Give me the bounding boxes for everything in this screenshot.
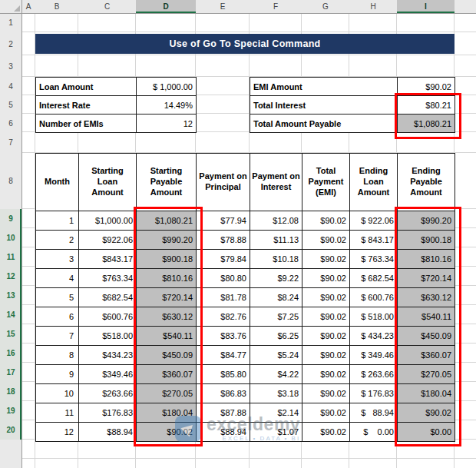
header-payment-on-interest[interactable]: Payment on Interest [250,154,302,211]
cell[interactable]: $11.13 [250,231,302,250]
interest-rate-value-cell[interactable]: 14.49% [137,96,197,115]
cell[interactable]: $ 682.54 [350,269,398,288]
cell[interactable]: $90.02 [302,211,350,231]
cell[interactable]: $630.12 [137,307,197,327]
interest-rate-label-cell[interactable]: Interest Rate [36,96,137,115]
cell[interactable]: $90.02 [302,288,350,307]
cell[interactable]: $90.02 [137,423,197,442]
cell[interactable]: $360.07 [398,346,455,365]
cell[interactable]: $90.02 [302,250,350,269]
cell[interactable]: $90.02 [302,231,350,250]
row-header-12[interactable]: 12 [0,267,22,287]
cell[interactable]: $ 0.00 [350,423,398,442]
cell[interactable]: $84.77 [197,346,250,365]
row-header-16[interactable]: 16 [0,344,22,363]
row-header-10[interactable]: 10 [0,228,22,248]
cell[interactable]: $79.84 [197,250,250,269]
row-header-13[interactable]: 13 [0,286,22,306]
cell[interactable]: $ 349.46 [350,346,398,365]
total-amount-payable-label-cell[interactable]: Total Amount Payable [250,115,398,133]
cell[interactable]: $ 434.23 [350,327,398,346]
row-header-18[interactable]: 18 [0,382,22,402]
cell[interactable]: $1.07 [250,423,302,442]
row-header-9[interactable]: 9 [0,209,22,229]
cell[interactable]: $450.09 [137,346,197,365]
cell[interactable]: 4 [36,269,79,288]
cell[interactable]: 2 [36,231,79,250]
loan-amount-label-cell[interactable]: Loan Amount [36,78,137,96]
cell[interactable]: 7 [36,327,79,346]
row-header-5[interactable]: 5 [0,95,22,115]
cell[interactable]: 10 [36,384,79,403]
cell[interactable]: $540.11 [398,307,455,327]
number-of-emis-value-cell[interactable]: 12 [137,115,197,133]
header-payment-on-principal[interactable]: Payment on Principal [197,154,250,211]
cell[interactable]: 9 [36,365,79,384]
column-header-i[interactable]: I [397,0,455,14]
cell[interactable]: $349.46 [79,365,137,384]
header-starting-payable-amount[interactable]: Starting Payable Amount [137,154,197,211]
row-header-17[interactable]: 17 [0,363,22,383]
cell[interactable]: $990.20 [398,211,455,231]
cell[interactable]: $83.76 [197,327,250,346]
row-header-8[interactable]: 8 [0,153,22,210]
cell[interactable]: $88.94 [197,423,250,442]
cell[interactable]: 1 [36,211,79,231]
cell[interactable]: $90.02 [302,423,350,442]
cell[interactable]: 12 [36,423,79,442]
header-ending-loan-amount[interactable]: Ending Loan Amount [350,154,398,211]
column-header-g[interactable]: G [302,0,350,14]
row-header-4[interactable]: 4 [0,77,22,96]
row-header-3[interactable]: 3 [0,55,22,78]
cell[interactable]: $88.94 [79,423,137,442]
cell[interactable]: $600.76 [79,307,137,327]
cell[interactable]: $ 763.34 [350,250,398,269]
cell[interactable]: $900.18 [137,250,197,269]
cell[interactable]: $990.20 [137,231,197,250]
cell[interactable]: $82.76 [197,307,250,327]
cell[interactable]: 5 [36,288,79,307]
cell[interactable]: $ 922.06 [350,211,398,231]
row-header-20[interactable]: 20 [0,420,22,440]
cell[interactable]: $81.78 [197,288,250,307]
cell[interactable]: $87.88 [197,403,250,423]
cell[interactable]: 3 [36,250,79,269]
cell[interactable]: $270.05 [398,365,455,384]
header-month[interactable]: Month [36,154,79,211]
cell[interactable]: $682.54 [79,288,137,307]
cell[interactable]: $90.02 [302,384,350,403]
cell[interactable]: $176.83 [79,403,137,423]
cell[interactable]: $ 518.00 [350,307,398,327]
total-interest-value-cell[interactable]: $80.21 [398,96,455,115]
cell[interactable]: $3.18 [250,384,302,403]
row-header-19[interactable]: 19 [0,401,22,421]
cell[interactable]: $630.12 [398,288,455,307]
column-header-f[interactable]: F [250,0,302,14]
cell[interactable]: $90.02 [302,403,350,423]
cell[interactable]: $90.02 [302,346,350,365]
cell[interactable]: $360.07 [137,365,197,384]
column-header-a[interactable]: A [21,0,36,14]
column-header-b[interactable]: B [35,0,79,14]
cell[interactable]: $90.02 [302,269,350,288]
cell[interactable]: $263.66 [79,384,137,403]
total-amount-payable-value-cell[interactable]: $1,080.21 [398,115,455,133]
cell[interactable]: $6.25 [250,327,302,346]
emi-amount-label-cell[interactable]: EMI Amount [250,78,398,96]
cell[interactable]: $843.17 [79,250,137,269]
cell[interactable]: $763.34 [79,269,137,288]
cell[interactable]: $180.04 [137,403,197,423]
header-total-payment-emi[interactable]: Total Payment (EMI) [302,154,350,211]
cell[interactable]: $540.11 [137,327,197,346]
cell[interactable]: $270.05 [137,384,197,403]
cell[interactable]: $810.16 [137,269,197,288]
cell[interactable]: 8 [36,346,79,365]
column-header-e[interactable]: E [196,0,250,14]
cell[interactable]: $922.06 [79,231,137,250]
emi-amount-value-cell[interactable]: $90.02 [398,78,455,96]
column-header-c[interactable]: C [78,0,137,14]
cell[interactable]: $90.02 [302,307,350,327]
row-header-6[interactable]: 6 [0,114,22,133]
cell[interactable]: $450.09 [398,327,455,346]
cell[interactable]: $1,080.21 [137,211,197,231]
